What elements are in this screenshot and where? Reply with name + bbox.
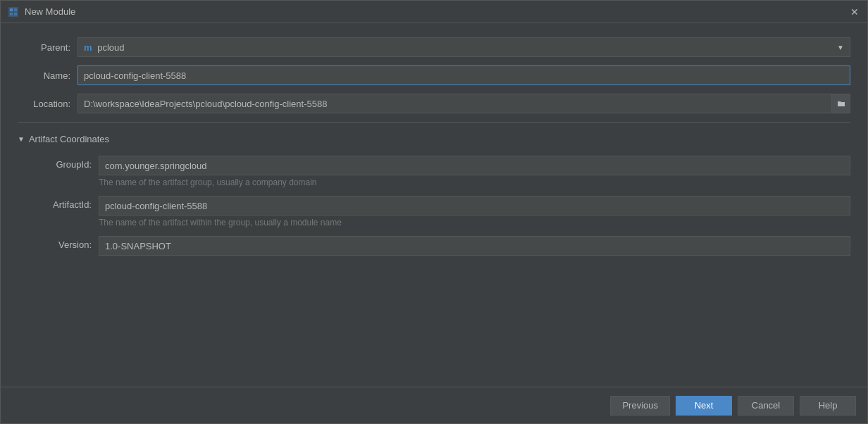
- artifactid-input[interactable]: [99, 196, 850, 216]
- version-field: [99, 236, 850, 256]
- collapse-arrow-icon[interactable]: ▼: [18, 135, 25, 143]
- help-button[interactable]: Help: [800, 396, 856, 416]
- divider: [18, 122, 850, 123]
- name-label: Name:: [18, 70, 78, 81]
- location-input[interactable]: [78, 94, 832, 113]
- location-label: Location:: [18, 99, 78, 109]
- next-button[interactable]: Next: [676, 396, 732, 416]
- groupid-hint: The name of the artifact group, usually …: [99, 177, 850, 187]
- name-row: Name:: [18, 66, 850, 85]
- artifactid-hint: The name of the artifact within the grou…: [99, 218, 850, 227]
- browse-button[interactable]: [832, 94, 850, 113]
- dialog-title: New Module: [25, 6, 843, 17]
- parent-icon: m: [84, 42, 92, 53]
- svg-rect-4: [14, 13, 17, 15]
- svg-rect-2: [14, 8, 17, 11]
- artifactid-row: ArtifactId: The name of the artifact wit…: [32, 196, 850, 233]
- chevron-down-icon: ▼: [837, 44, 844, 51]
- parent-dropdown[interactable]: m pcloud ▼: [78, 37, 850, 57]
- dialog-icon: [8, 6, 19, 18]
- artifact-section: GroupId: The name of the artifact group,…: [32, 156, 850, 256]
- cancel-button[interactable]: Cancel: [738, 396, 794, 416]
- groupid-field: The name of the artifact group, usually …: [99, 156, 850, 193]
- folder-icon: [837, 99, 845, 108]
- svg-rect-1: [10, 8, 13, 11]
- parent-value: m pcloud: [84, 42, 125, 53]
- version-label: Version:: [32, 236, 99, 250]
- name-field: [78, 66, 850, 85]
- groupid-input[interactable]: [99, 156, 850, 175]
- parent-label: Parent:: [18, 42, 78, 53]
- new-module-dialog: New Module ✕ Parent: m pcloud ▼ Name:: [0, 0, 868, 424]
- version-input[interactable]: [99, 236, 850, 256]
- artifact-section-header: ▼ Artifact Coordinates: [18, 134, 850, 144]
- location-row: Location:: [18, 94, 850, 113]
- groupid-row: GroupId: The name of the artifact group,…: [32, 156, 850, 193]
- artifact-section-title: Artifact Coordinates: [29, 134, 109, 144]
- name-input[interactable]: [78, 66, 850, 85]
- version-row: Version:: [32, 236, 850, 256]
- close-button[interactable]: ✕: [849, 6, 860, 18]
- svg-rect-3: [10, 13, 13, 15]
- groupid-label: GroupId:: [32, 156, 99, 170]
- parent-field: m pcloud ▼: [78, 37, 850, 57]
- title-bar: New Module ✕: [1, 1, 867, 23]
- dialog-content: Parent: m pcloud ▼ Name: Location:: [1, 23, 867, 387]
- parent-row: Parent: m pcloud ▼: [18, 37, 850, 57]
- dialog-footer: Previous Next Cancel Help: [1, 387, 867, 423]
- location-container: [78, 94, 850, 113]
- location-field: [78, 94, 850, 113]
- artifactid-field: The name of the artifact within the grou…: [99, 196, 850, 233]
- previous-button[interactable]: Previous: [610, 396, 670, 416]
- artifactid-label: ArtifactId:: [32, 196, 99, 210]
